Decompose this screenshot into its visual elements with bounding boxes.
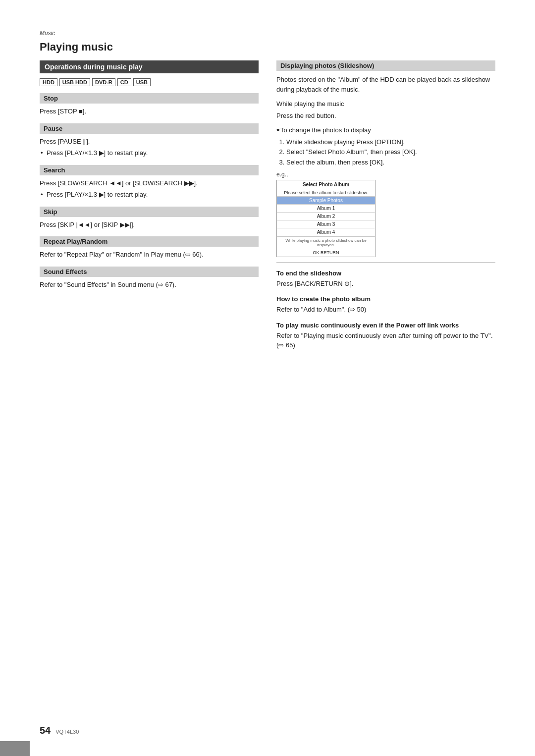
pause-header: Pause: [40, 123, 259, 134]
stop-header: Stop: [40, 93, 259, 104]
slideshow-row-album3: Album 3: [277, 220, 375, 228]
stop-text: Press [STOP ■].: [40, 107, 259, 116]
badge-hdd: HDD: [40, 78, 57, 86]
slideshow-box-title: Select Photo Album: [277, 180, 375, 189]
continuous-text: Refer to "Playing music continuously eve…: [276, 331, 495, 350]
skip-text: Press [SKIP |◄◄] or [SKIP ▶▶|].: [40, 220, 259, 230]
gray-bar: [0, 741, 30, 756]
page-code: VQT4L30: [55, 729, 79, 735]
to-end-text: Press [BACK/RETURN ⊙].: [276, 279, 495, 289]
skip-section: Skip Press [SKIP |◄◄] or [SKIP ▶▶|].: [40, 207, 259, 230]
two-column-layout: Operations during music play HDD USB HDD…: [40, 60, 495, 352]
page: Music Playing music Operations during mu…: [0, 0, 535, 756]
slideshow-row-album4: Album 4: [277, 228, 375, 236]
stop-section: Stop Press [STOP ■].: [40, 93, 259, 116]
step-2: Select "Select Photo Album", then press …: [286, 147, 495, 158]
sound-effects-header: Sound Effects: [40, 267, 259, 277]
slideshow-footer: While playing music a photo slideshow ca…: [277, 236, 375, 249]
slideshow-intro: Photos stored on the "Album" of the HDD …: [276, 75, 495, 94]
divider: [276, 262, 495, 263]
skip-header: Skip: [40, 207, 259, 217]
pause-section: Pause Press [PAUSE ‖]. Press [PLAY/×1.3 …: [40, 123, 259, 158]
device-badges: HDD USB HDD DVD-R CD USB: [40, 78, 259, 86]
slideshow-row-sample: Sample Photos: [277, 197, 375, 205]
how-to-create-header: How to create the photo album: [276, 295, 495, 303]
repeat-section: Repeat Play/Random Refer to "Repeat Play…: [40, 236, 259, 260]
displaying-header: Displaying photos (Slideshow): [276, 60, 495, 71]
badge-dvd-r: DVD-R: [92, 78, 115, 86]
sound-effects-section: Sound Effects Refer to "Sound Effects" i…: [40, 267, 259, 290]
sound-effects-text: Refer to "Sound Effects" in Sound menu (…: [40, 280, 259, 290]
step-1: While slideshow playing Press [OPTION].: [286, 137, 495, 148]
badge-usb: USB: [133, 78, 151, 86]
step-3: Select the album, then press [OK].: [286, 158, 495, 168]
slideshow-row-album1: Album 1: [277, 205, 375, 213]
badge-cd: CD: [117, 78, 131, 86]
page-title: Playing music: [40, 41, 495, 54]
slideshow-box-subtitle: Please select the album to start slidesh…: [277, 189, 375, 197]
slideshow-icons: OK RETURN: [277, 249, 375, 257]
while-playing: While playing the music: [276, 99, 495, 109]
repeat-text: Refer to "Repeat Play" or "Random" in Pl…: [40, 250, 259, 260]
slideshow-example-box: Select Photo Album Please select the alb…: [276, 180, 375, 257]
repeat-header: Repeat Play/Random: [40, 236, 259, 247]
search-header: Search: [40, 165, 259, 175]
slideshow-row-album2: Album 2: [277, 213, 375, 220]
breadcrumb: Music: [40, 30, 495, 37]
how-to-create-text: Refer to "Add to Album". (⇨ 50): [276, 305, 495, 315]
page-number: 54: [40, 725, 51, 736]
press-red: Press the red button.: [276, 111, 495, 121]
search-section: Search Press [SLOW/SEARCH ◄◄] or [SLOW/S…: [40, 165, 259, 200]
pause-text: Press [PAUSE ‖].: [40, 137, 259, 147]
steps-list: While slideshow playing Press [OPTION]. …: [276, 137, 495, 168]
search-text: Press [SLOW/SEARCH ◄◄] or [SLOW/SEARCH ▶…: [40, 178, 259, 188]
continuous-header: To play music continuously even if the P…: [276, 322, 495, 329]
to-change-label: • To change the photos to display: [276, 125, 495, 135]
to-end-header: To end the slideshow: [276, 270, 495, 277]
pause-bullet: Press [PLAY/×1.3 ▶] to restart play.: [40, 148, 259, 158]
eg-label: e.g.,: [276, 171, 495, 178]
search-bullet: Press [PLAY/×1.3 ▶] to restart play.: [40, 190, 259, 200]
right-column: Displaying photos (Slideshow) Photos sto…: [276, 60, 495, 352]
left-column: Operations during music play HDD USB HDD…: [40, 60, 259, 352]
page-footer: 54 VQT4L30: [40, 725, 495, 736]
badge-usb-hdd: USB HDD: [59, 78, 90, 86]
operations-header: Operations during music play: [40, 60, 259, 73]
